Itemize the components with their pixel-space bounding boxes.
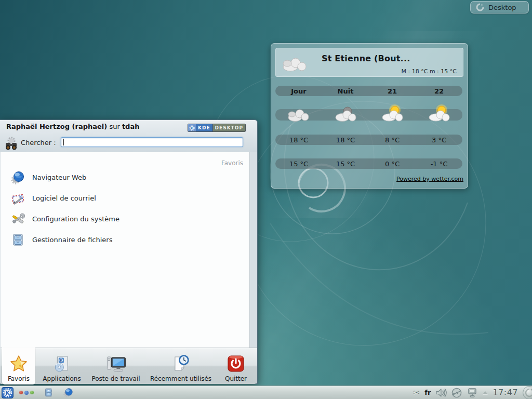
weather-current-cloudy-icon — [281, 55, 308, 72]
temp-value: 18 °C — [322, 136, 369, 144]
weather-col-label: 22 — [416, 87, 462, 95]
menu-item-label: Gestionnaire de fichiers — [32, 236, 112, 244]
desktop-pager-dots[interactable] — [18, 391, 35, 395]
mail-client-icon — [11, 191, 25, 205]
text-caret — [63, 139, 64, 145]
cloudy-night-icon — [334, 105, 357, 122]
svg-text:K: K — [190, 126, 193, 130]
kickoff-menu: Raphaël Hertzog (raphael) sur tdah K KDE… — [0, 119, 258, 384]
sun-cloud-icon — [427, 104, 451, 122]
cashew-icon — [476, 3, 484, 11]
web-browser-icon — [63, 388, 73, 397]
kde-desktop-badge: K KDE DESKTOP — [188, 124, 246, 132]
weather-location-title: St Etienne (Bout... — [322, 54, 458, 63]
weather-day-temps-row: 18 °C 18 °C 8 °C 3 °C — [275, 135, 462, 145]
tab-favoris[interactable]: Favoris — [2, 348, 35, 384]
network-monitor-icon[interactable] — [467, 388, 478, 398]
weather-col-label: Jour — [275, 87, 322, 95]
tray-expander-arrow-icon[interactable] — [483, 391, 488, 394]
menu-item-label: Logiciel de courriel — [32, 194, 96, 202]
badge-kde-label: KDE — [196, 124, 212, 131]
klipper-scissors-icon[interactable]: ✂ — [414, 388, 420, 397]
device-notifier-usb-icon[interactable] — [451, 388, 462, 398]
kde-gear-icon: K — [188, 124, 196, 131]
user-host: tdah — [122, 123, 140, 130]
menu-item-file-manager[interactable]: Gestionnaire de fichiers — [1, 229, 249, 250]
tab-label: Récemment utilisés — [150, 375, 211, 382]
pager-dot[interactable] — [19, 391, 23, 394]
weather-minmax: M : 18 °C m : 15 °C — [402, 68, 457, 75]
temp-value: 18 °C — [275, 136, 322, 144]
weather-col-label: 21 — [369, 87, 416, 95]
temp-value: 3 °C — [416, 136, 462, 144]
desktop-toolbox-label: Desktop — [488, 4, 516, 11]
web-browser-icon — [11, 170, 25, 184]
user-sur: sur — [107, 123, 122, 130]
file-manager-icon — [11, 233, 25, 247]
temp-value: -1 °C — [416, 160, 462, 168]
computer-icon — [105, 354, 126, 374]
desktop-background: Desktop St Etienne (Bout... M : 18 °C m … — [0, 0, 532, 399]
tab-poste-de-travail[interactable]: Poste de travail — [91, 348, 140, 384]
menu-item-mail-client[interactable]: Logiciel de courriel — [1, 188, 249, 208]
weather-condition-row — [275, 109, 462, 121]
file-manager-icon — [44, 388, 54, 397]
web-browser-launcher[interactable] — [63, 388, 73, 397]
panel-toolbox-cashew[interactable] — [523, 386, 532, 399]
system-tray: ✂ fr — [414, 386, 532, 399]
wetter-com-link[interactable]: Powered by wetter.com — [396, 176, 463, 182]
digital-clock[interactable]: 17:47 — [493, 388, 518, 397]
pager-dot[interactable] — [30, 391, 34, 394]
pager-dot[interactable] — [24, 391, 29, 395]
weather-header: St Etienne (Bout... M : 18 °C m : 15 °C — [275, 48, 463, 77]
tab-applications[interactable]: K Applications — [43, 348, 81, 384]
desktop-toolbox[interactable]: Desktop — [470, 1, 529, 14]
weather-widget: St Etienne (Bout... M : 18 °C m : 15 °C … — [271, 43, 468, 189]
kickoff-header: Raphaël Hertzog (raphael) sur tdah K KDE… — [0, 120, 257, 152]
power-icon — [227, 354, 245, 374]
favorites-section-label: Favoris — [221, 159, 243, 167]
tab-label: Poste de travail — [91, 375, 140, 382]
system-settings-icon — [11, 212, 25, 226]
search-label: Chercher : — [21, 139, 56, 147]
tab-quitter[interactable]: Quitter — [225, 348, 247, 384]
svg-text:K: K — [5, 389, 10, 395]
keyboard-layout-indicator[interactable]: fr — [424, 389, 431, 396]
menu-item-system-settings[interactable]: Configuration du système — [1, 208, 249, 229]
tab-recemment-utilises[interactable]: Récemment utilisés — [150, 348, 211, 384]
star-icon — [9, 354, 29, 374]
kde-menu-button[interactable]: K — [2, 387, 14, 398]
user-name: Raphaël Hertzog (raphael) — [6, 123, 107, 130]
tab-label: Applications — [43, 375, 81, 382]
temp-value: 15 °C — [275, 160, 322, 168]
kickoff-tab-bar: Favoris K Applications — [1, 348, 257, 384]
weather-col-label: Nuit — [322, 87, 369, 95]
bottom-panel: K — [0, 385, 532, 399]
kickoff-user-title: Raphaël Hertzog (raphael) sur tdah — [6, 123, 139, 130]
package-icon: K — [52, 354, 72, 374]
temp-value: 15 °C — [322, 160, 369, 168]
menu-item-label: Configuration du système — [32, 215, 119, 223]
kickoff-favorites-view: Favoris Navigateur Web — [1, 152, 250, 348]
weather-night-temps-row: 15 °C 15 °C 0 °C -1 °C — [275, 158, 462, 169]
menu-item-web-browser[interactable]: Navigateur Web — [1, 167, 249, 188]
weather-column-headers: Jour Nuit 21 22 — [275, 86, 462, 96]
volume-icon[interactable] — [435, 388, 447, 397]
search-binoculars-icon — [4, 136, 18, 153]
cloudy-icon — [287, 105, 311, 122]
temp-value: 0 °C — [369, 160, 416, 168]
menu-item-label: Navigateur Web — [32, 174, 86, 181]
search-input[interactable] — [61, 137, 243, 147]
document-clock-icon — [171, 354, 191, 374]
tab-label: Quitter — [225, 375, 247, 382]
file-manager-launcher[interactable] — [44, 388, 54, 397]
sun-cloud-icon — [380, 104, 404, 122]
badge-desktop-label: DESKTOP — [212, 124, 245, 131]
temp-value: 8 °C — [369, 136, 416, 144]
tab-label: Favoris — [8, 375, 30, 382]
